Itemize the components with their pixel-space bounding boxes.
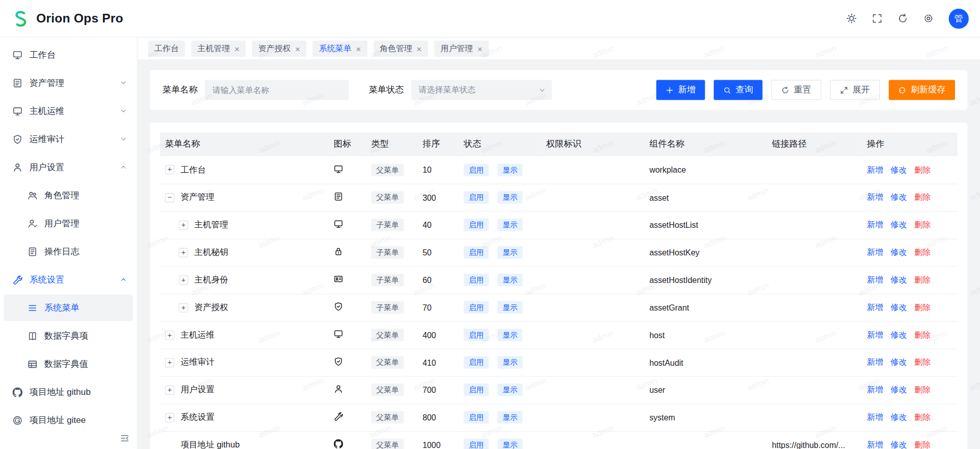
host-icon [12,106,22,116]
row-action-add[interactable]: 新增 [867,193,883,202]
menu-component: user [644,376,767,404]
sidebar-item-dict-value[interactable]: 数据字典值 [4,350,133,377]
tab-workbench[interactable]: 工作台 [148,40,185,57]
search-button[interactable]: 查询 [714,80,762,100]
row-action-edit[interactable]: 修改 [891,220,907,229]
row-action-edit[interactable]: 修改 [891,165,907,174]
row-action-add[interactable]: 新增 [867,358,883,367]
row-action-add[interactable]: 新增 [867,440,883,449]
row-action-delete[interactable]: 删除 [915,193,931,202]
row-action-delete[interactable]: 删除 [915,302,931,312]
menu-type-tag: 子菜单 [371,219,404,231]
menu-status-label: 菜单状态 [369,84,404,96]
sidebar-item-op-log[interactable]: 操作日志 [4,238,133,265]
expand-row-button[interactable]: + [179,275,188,285]
expand-row-button[interactable]: + [165,165,174,174]
expand-row-button[interactable]: + [165,330,174,339]
collapse-row-button[interactable]: − [165,193,174,202]
col-header-actions: 操作 [862,132,958,156]
row-action-add[interactable]: 新增 [867,330,883,339]
menu-table: 菜单名称图标类型排序状态权限标识组件名称链接路径操作 +工作台父菜单10启用显示… [160,132,958,449]
settings-gear-icon[interactable] [923,13,934,24]
row-action-add[interactable]: 新增 [867,165,883,174]
table-row: +系统设置父菜单800启用显示system新增修改删除 [160,404,958,431]
avatar[interactable]: 管 [949,9,969,29]
row-action-edit[interactable]: 修改 [891,193,907,202]
menu-fold-icon[interactable] [120,434,129,443]
sidebar-item-user-settings[interactable]: 用户设置 [4,154,133,181]
sidebar-item-user-manage[interactable]: 用户管理 [4,210,133,237]
sidebar-item-gitee[interactable]: 项目地址 gitee [4,407,133,434]
row-action-delete[interactable]: 删除 [915,358,931,367]
row-action-delete[interactable]: 删除 [915,220,931,229]
sidebar-item-asset-manage[interactable]: 资产管理 [4,69,133,97]
sidebar-item-host-ops[interactable]: 主机运维 [4,98,133,125]
chevron-down-icon [120,135,127,142]
row-action-edit[interactable]: 修改 [891,247,907,256]
row-action-delete[interactable]: 删除 [915,275,931,284]
row-action-delete[interactable]: 删除 [915,247,931,256]
col-header-permission: 权限标识 [541,132,644,156]
menu-name-input[interactable] [205,80,348,100]
row-action-add[interactable]: 新增 [867,275,883,284]
status-enabled-badge: 启用 [464,356,489,368]
row-action-edit[interactable]: 修改 [891,385,907,394]
row-action-delete[interactable]: 删除 [915,440,931,449]
row-action-edit[interactable]: 修改 [891,330,907,339]
expand-row-button[interactable]: + [165,358,174,367]
user-icon [334,384,343,393]
row-action-add[interactable]: 新增 [867,385,883,394]
menu-status-select[interactable]: 请选择菜单状态 [411,80,552,100]
tab-close-icon[interactable]: × [295,44,300,53]
row-action-edit[interactable]: 修改 [891,440,907,449]
col-header-sort: 排序 [417,132,459,156]
menu-type-tag: 父菜单 [371,163,404,176]
refresh-cache-button[interactable]: 刷新缓存 [889,80,955,100]
reset-button[interactable]: 重置 [771,80,821,100]
tab-close-icon[interactable]: × [416,44,422,53]
menu-component: assetGrant [644,294,767,321]
sidebar-item-label: 运维审计 [29,133,64,145]
tab-close-icon[interactable]: × [356,44,361,53]
theme-icon[interactable] [846,13,857,24]
expand-button[interactable]: 展开 [830,80,880,100]
row-action-delete[interactable]: 删除 [915,165,931,174]
sidebar-item-ops-audit[interactable]: 运维审计 [4,126,133,153]
refresh-icon[interactable] [898,13,908,24]
tab-close-icon[interactable]: × [235,44,240,53]
row-action-add[interactable]: 新增 [867,412,883,421]
tab-role-manage[interactable]: 角色管理× [374,40,428,57]
row-action-delete[interactable]: 删除 [915,385,931,394]
tab-host-manage[interactable]: 主机管理× [191,40,246,57]
expand-row-button[interactable]: + [179,303,188,312]
sidebar-item-github[interactable]: 项目地址 github [4,379,133,406]
sidebar-item-system-settings[interactable]: 系统设置 [4,266,133,293]
tab-user-manage[interactable]: 用户管理× [434,40,489,57]
add-button[interactable]: 新增 [656,80,705,100]
row-action-edit[interactable]: 修改 [891,275,907,284]
row-action-edit[interactable]: 修改 [891,412,907,421]
row-action-add[interactable]: 新增 [867,220,883,229]
row-action-delete[interactable]: 删除 [915,412,931,421]
sidebar-item-system-menu[interactable]: 系统菜单 [4,294,133,321]
menu-link [767,211,862,239]
expand-row-button[interactable]: + [179,220,188,229]
tab-close-icon[interactable]: × [477,44,482,53]
expand-row-button[interactable]: + [179,248,188,257]
fullscreen-icon[interactable] [872,13,882,24]
row-action-delete[interactable]: 删除 [915,330,931,339]
status-enabled-badge: 启用 [464,219,489,231]
row-action-edit[interactable]: 修改 [891,358,907,367]
expand-row-button[interactable]: + [165,413,174,422]
sidebar-item-role-manage[interactable]: 角色管理 [4,182,133,209]
expand-row-button[interactable]: + [165,385,174,394]
row-action-add[interactable]: 新增 [867,302,883,312]
workbench-icon [12,50,22,60]
row-action-add[interactable]: 新增 [867,247,883,256]
row-action-edit[interactable]: 修改 [891,302,907,312]
sidebar-item-label: 数据字典值 [44,359,88,370]
sidebar-item-dict-item[interactable]: 数据字典项 [4,322,133,349]
tab-system-menu[interactable]: 系统菜单× [313,40,367,57]
sidebar-item-workbench[interactable]: 工作台 [4,41,133,68]
tab-asset-grant[interactable]: 资产授权× [252,40,307,57]
